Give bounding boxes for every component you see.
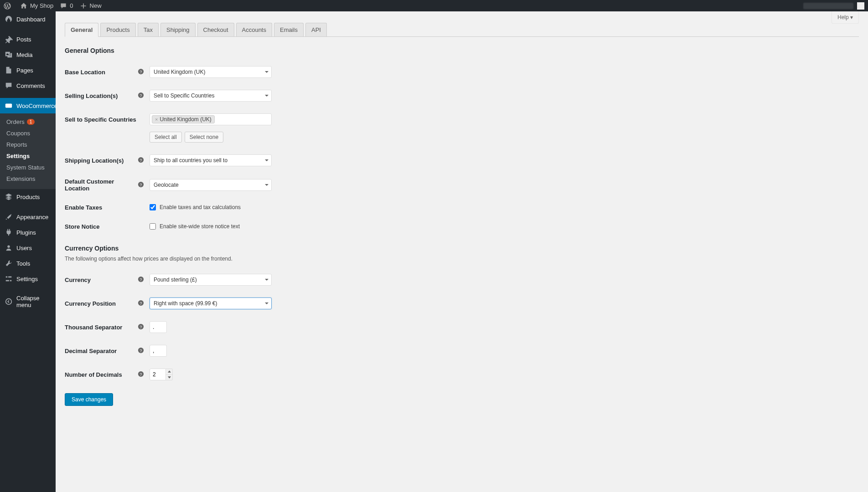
help-icon[interactable]: ? <box>138 323 145 331</box>
sidebar-item-woocommerce[interactable]: WooCommerce <box>0 98 56 113</box>
sidebar-item-pages[interactable]: Pages <box>0 62 56 78</box>
default-customer-location-select[interactable]: Geolocate <box>150 179 272 191</box>
help-icon[interactable]: ? <box>138 276 145 283</box>
appearance-icon <box>5 213 13 221</box>
number-of-decimals-stepper <box>150 369 173 380</box>
sidebar-label-posts: Posts <box>16 36 31 43</box>
thousand-separator-label: Thousand Separator <box>65 324 138 331</box>
admin-sidebar: Dashboard Posts Media Pages Comments Woo… <box>0 11 56 492</box>
general-options-heading: General Options <box>65 47 859 54</box>
orders-badge: 1 <box>27 119 35 125</box>
sidebar-item-appearance[interactable]: Appearance <box>0 209 56 225</box>
default-customer-location-value: Geolocate <box>154 182 179 188</box>
svg-text:?: ? <box>140 70 142 74</box>
tab-shipping[interactable]: Shipping <box>160 23 196 36</box>
products-icon <box>5 193 13 201</box>
sidebar-label-products: Products <box>16 194 40 200</box>
tab-general[interactable]: General <box>65 23 98 37</box>
sidebar-label-appearance: Appearance <box>16 214 48 220</box>
currency-position-value: Right with space (99.99 €) <box>154 300 217 307</box>
sidebar-item-dashboard[interactable]: Dashboard <box>0 11 56 27</box>
sidebar-label-dashboard: Dashboard <box>16 16 46 23</box>
sidebar-item-tools[interactable]: Tools <box>0 256 56 271</box>
help-icon[interactable]: ? <box>138 68 145 76</box>
selling-locations-select[interactable]: Sell to Specific Countries <box>150 90 272 102</box>
help-icon[interactable]: ? <box>138 92 145 99</box>
tab-accounts[interactable]: Accounts <box>236 23 272 36</box>
enable-taxes-cb-label: Enable taxes and tax calculations <box>160 204 241 210</box>
select-all-button[interactable]: Select all <box>150 132 182 143</box>
submenu-orders[interactable]: Orders 1 <box>0 116 56 128</box>
store-notice-checkbox[interactable] <box>150 223 156 230</box>
submenu-reports[interactable]: Reports <box>0 139 56 150</box>
submenu-coupons[interactable]: Coupons <box>0 128 56 139</box>
chevron-down-icon <box>265 95 269 98</box>
decimal-separator-input[interactable] <box>150 345 167 357</box>
svg-rect-2 <box>6 277 8 278</box>
shipping-locations-label: Shipping Location(s) <box>65 157 138 164</box>
tab-products[interactable]: Products <box>100 23 135 36</box>
spinner-down[interactable] <box>166 375 172 380</box>
woocommerce-submenu: Orders 1 Coupons Reports Settings System… <box>0 113 56 189</box>
svg-rect-3 <box>8 277 11 278</box>
sidebar-item-products[interactable]: Products <box>0 189 56 205</box>
chevron-down-icon <box>265 279 269 282</box>
store-notice-cb-label: Enable site-wide store notice text <box>160 223 240 230</box>
sidebar-item-users[interactable]: Users <box>0 240 56 256</box>
remove-chip-icon[interactable]: × <box>155 117 158 122</box>
help-toggle[interactable]: Help ▾ <box>832 11 859 24</box>
woocommerce-icon <box>5 102 13 110</box>
store-notice-label: Store Notice <box>65 223 138 230</box>
tab-api[interactable]: API <box>305 23 327 36</box>
svg-text:?: ? <box>140 158 142 163</box>
spinner-up[interactable] <box>166 369 172 375</box>
new-content-link[interactable]: New <box>80 2 102 10</box>
tab-emails[interactable]: Emails <box>274 23 304 36</box>
sell-specific-countries-input[interactable]: × United Kingdom (UK) <box>150 113 272 125</box>
sidebar-item-settings[interactable]: Settings <box>0 271 56 287</box>
svg-point-6 <box>6 299 12 305</box>
shipping-locations-select[interactable]: Ship to all countries you sell to <box>150 154 272 166</box>
svg-text:?: ? <box>140 301 142 306</box>
tab-checkout[interactable]: Checkout <box>197 23 234 36</box>
sidebar-label-woocommerce: WooCommerce <box>16 102 57 109</box>
avatar[interactable] <box>857 2 864 10</box>
enable-taxes-checkbox[interactable] <box>150 204 156 210</box>
currency-position-select[interactable]: Right with space (99.99 €) <box>150 297 272 309</box>
currency-select[interactable]: Pound sterling (£) <box>150 274 272 286</box>
submenu-system-status[interactable]: System Status <box>0 162 56 173</box>
currency-options-desc: The following options affect how prices … <box>65 256 859 262</box>
plugins-icon <box>5 228 13 236</box>
sidebar-label-media: Media <box>16 51 32 58</box>
help-icon[interactable]: ? <box>138 157 145 164</box>
sidebar-label-users: Users <box>16 245 32 251</box>
sidebar-item-posts[interactable]: Posts <box>0 31 56 47</box>
sidebar-item-media[interactable]: Media <box>0 47 56 62</box>
chevron-down-icon <box>265 71 269 75</box>
svg-text:?: ? <box>140 93 142 98</box>
help-icon[interactable]: ? <box>138 371 145 378</box>
sidebar-collapse[interactable]: Collapse menu <box>0 291 56 312</box>
comments-icon <box>5 82 13 90</box>
number-spinner <box>166 369 173 380</box>
submenu-extensions[interactable]: Extensions <box>0 173 56 184</box>
base-location-select[interactable]: United Kingdom (UK) <box>150 66 272 78</box>
site-name-link[interactable]: My Shop <box>20 2 53 10</box>
sidebar-label-pages: Pages <box>16 67 33 74</box>
collapse-icon <box>5 297 13 306</box>
submenu-settings[interactable]: Settings <box>0 150 56 162</box>
sidebar-item-plugins[interactable]: Plugins <box>0 225 56 240</box>
wp-logo[interactable] <box>4 2 14 10</box>
help-icon[interactable]: ? <box>138 347 145 354</box>
thousand-separator-input[interactable] <box>150 321 167 333</box>
submenu-orders-label: Orders <box>6 118 25 125</box>
comments-link[interactable]: 0 <box>60 2 73 10</box>
tab-tax[interactable]: Tax <box>138 23 159 36</box>
help-icon[interactable]: ? <box>138 300 145 307</box>
sidebar-item-comments[interactable]: Comments <box>0 78 56 93</box>
tools-icon <box>5 259 13 267</box>
number-of-decimals-input[interactable] <box>150 369 166 380</box>
save-changes-button[interactable]: Save changes <box>65 393 113 406</box>
select-none-button[interactable]: Select none <box>185 132 223 143</box>
help-icon[interactable]: ? <box>138 181 145 189</box>
